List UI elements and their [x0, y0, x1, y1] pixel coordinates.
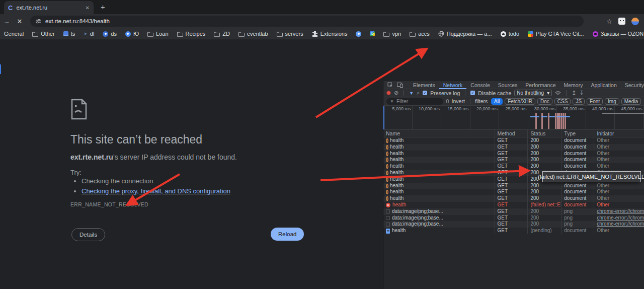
profile-avatar[interactable] — [631, 18, 639, 25]
bookmark-zd[interactable]: ZD — [214, 31, 230, 37]
bookmark-заказы-ozon[interactable]: Заказы — OZON — [593, 31, 644, 37]
invert-checkbox[interactable] — [446, 99, 449, 103]
network-request-row[interactable]: ()healthGET200documentOther — [383, 195, 644, 202]
clear-icon[interactable]: ⊘ — [394, 90, 398, 96]
forward-icon[interactable]: → — [0, 18, 13, 25]
filter-pill-css[interactable]: CSS — [554, 98, 571, 105]
column-header-method[interactable]: Method — [495, 130, 528, 137]
bookmark-extensions[interactable]: Extensions — [312, 31, 348, 37]
network-request-row[interactable]: data:image/png;base...GET200pngchrome-er… — [383, 215, 644, 222]
stop-loading-icon[interactable]: ✕ — [13, 18, 26, 25]
import-har-icon[interactable]: ↥ — [572, 90, 576, 96]
request-name-cell[interactable]: data:image/png;base... — [383, 215, 495, 222]
details-button[interactable]: Details — [71, 228, 105, 241]
address-bar[interactable]: ext.rte.net.ru:8443/health — [30, 16, 584, 27]
bookmark-ю[interactable]: Ю — [125, 31, 139, 37]
bookmark-circle-blue-dot[interactable] — [356, 31, 361, 37]
network-request-row[interactable]: ()healthGET200documentOther — [383, 151, 644, 157]
site-settings-icon[interactable] — [35, 18, 41, 24]
search-icon[interactable]: ⌕ — [417, 90, 420, 96]
bookmark-play-gta-vice-cit-[interactable]: Play GTA Vice Cit... — [528, 31, 584, 37]
network-request-row[interactable]: ()healthGET200documentOther — [383, 189, 644, 195]
bookmark-eventlab[interactable]: eventlab — [238, 31, 268, 37]
filter-pill-doc[interactable]: Doc — [537, 98, 552, 105]
filter-pill-js[interactable]: JS — [573, 98, 585, 105]
network-request-row[interactable]: ()healthGET200documentOther — [383, 163, 644, 170]
network-request-row[interactable]: ()healthGET200documentOther — [383, 144, 644, 151]
initiator-link[interactable]: chrome-error://chromewebd — [597, 221, 644, 228]
devtools-tab-elements[interactable]: Elements — [409, 81, 439, 89]
request-name-cell[interactable]: ()health — [383, 151, 495, 157]
network-request-row[interactable]: healthGET(pending)documentOther — [383, 228, 644, 234]
request-name-cell[interactable]: data:image/png;base... — [383, 221, 495, 228]
network-request-row[interactable]: ()healthGET200documentOther — [383, 157, 644, 163]
bookmark-todo[interactable]: todo — [501, 31, 519, 37]
devtools-tab-network[interactable]: Network — [439, 81, 467, 89]
request-name-cell[interactable]: ()health — [383, 157, 495, 163]
filter-pill-fetch-xhr[interactable]: Fetch/XHR — [505, 98, 535, 105]
request-initiator-cell[interactable]: chrome-error://chromewebd — [594, 215, 644, 222]
devtools-tab-application[interactable]: Application — [587, 81, 620, 89]
devtools-tab-sources[interactable]: Sources — [494, 81, 522, 89]
request-name-cell[interactable]: ()health — [383, 183, 495, 189]
preserve-log-checkbox[interactable]: ✓ — [423, 91, 427, 95]
devtools-tab-performance[interactable]: Performance — [521, 81, 559, 89]
request-name-cell[interactable]: ()health — [383, 170, 495, 176]
request-name-cell[interactable]: ()health — [383, 144, 495, 151]
inspect-element-icon[interactable] — [387, 82, 393, 88]
bookmark-servers[interactable]: servers — [277, 31, 303, 37]
bookmark-ds[interactable]: ds — [103, 31, 117, 37]
disable-cache-checkbox[interactable]: ✓ — [470, 91, 475, 95]
bookmark-vpn[interactable]: vpn — [383, 31, 401, 37]
request-name-cell[interactable]: ()health — [383, 195, 495, 202]
network-overview-timeline[interactable]: 5,000 ms10,000 ms15,000 ms20,000 ms25,00… — [383, 106, 644, 130]
network-request-row[interactable]: ✕healthGET(failed) net::ERR...documentOt… — [383, 202, 644, 208]
bookmark-general[interactable]: General — [4, 31, 24, 37]
request-initiator-cell[interactable]: chrome-error://chromewebd — [594, 208, 644, 215]
bookmark-dl[interactable]: ➤dl — [84, 31, 94, 37]
bookmark-star-icon[interactable]: ☆ — [606, 18, 612, 25]
network-request-row[interactable]: data:image/png;base...GET200pngchrome-er… — [383, 208, 644, 215]
bookmark-recipes[interactable]: Recipes — [177, 31, 206, 37]
bookmark-ts[interactable]: ts — [63, 31, 75, 37]
extension-icon[interactable] — [618, 18, 625, 25]
throttling-select[interactable]: No throttling▾ — [514, 90, 552, 96]
filter-pill-font[interactable]: Font — [587, 98, 603, 105]
record-icon[interactable] — [386, 91, 391, 95]
request-name-cell[interactable]: data:image/png;base... — [383, 208, 495, 215]
new-tab-button[interactable]: + — [101, 3, 105, 11]
initiator-link[interactable]: chrome-error://chromewebd — [597, 208, 644, 215]
filter-pill-all[interactable]: All — [491, 98, 503, 105]
filter-funnel-icon[interactable]: ▼ — [409, 91, 414, 96]
tab-close-icon[interactable]: ✕ — [86, 5, 90, 11]
request-name-cell[interactable]: ()health — [383, 176, 495, 183]
filter-pill-img[interactable]: Img — [605, 98, 619, 105]
column-header-type[interactable]: Type — [561, 130, 594, 137]
request-name-cell[interactable]: ()health — [383, 163, 495, 170]
dns-config-link[interactable]: Checking the proxy, firewall, and DNS co… — [82, 187, 230, 195]
browser-tab[interactable]: C ext.rte.net.ru ✕ — [4, 1, 94, 14]
request-name-cell[interactable]: ✕health — [383, 202, 495, 208]
column-header-initiator[interactable]: Initiator — [594, 130, 644, 137]
request-name-cell[interactable]: health — [383, 228, 495, 234]
bookmark-accs[interactable]: accs — [410, 31, 430, 37]
devtools-tab-memory[interactable]: Memory — [559, 81, 587, 89]
reload-button[interactable]: Reload — [271, 228, 304, 241]
request-initiator-cell[interactable]: chrome-error://chromewebd — [594, 221, 644, 228]
more-filters[interactable]: More filters ▾ — [475, 97, 488, 106]
initiator-link[interactable]: chrome-error://chromewebd — [597, 215, 644, 222]
filter-pill-media[interactable]: Media — [621, 98, 641, 105]
network-request-row[interactable]: ()healthGET200documentOther — [383, 183, 644, 189]
bookmark-square-multicolor[interactable]: b — [370, 31, 375, 36]
column-header-status[interactable]: Status — [528, 130, 561, 137]
bookmark-loan[interactable]: Loan — [147, 31, 168, 37]
network-request-row[interactable]: ()healthGET200documentOther — [383, 137, 644, 144]
network-conditions-icon[interactable] — [555, 90, 561, 96]
network-request-row[interactable]: data:image/png;base...GET200pngchrome-er… — [383, 221, 644, 228]
device-toolbar-icon[interactable] — [397, 83, 403, 88]
filter-input[interactable]: ▼ Filter — [386, 98, 443, 105]
bookmark-other[interactable]: Other — [32, 31, 55, 37]
export-har-icon[interactable]: ↧ — [579, 90, 584, 96]
suggestion-item[interactable]: Checking the proxy, firewall, and DNS co… — [82, 187, 230, 195]
devtools-tab-console[interactable]: Console — [466, 81, 494, 89]
